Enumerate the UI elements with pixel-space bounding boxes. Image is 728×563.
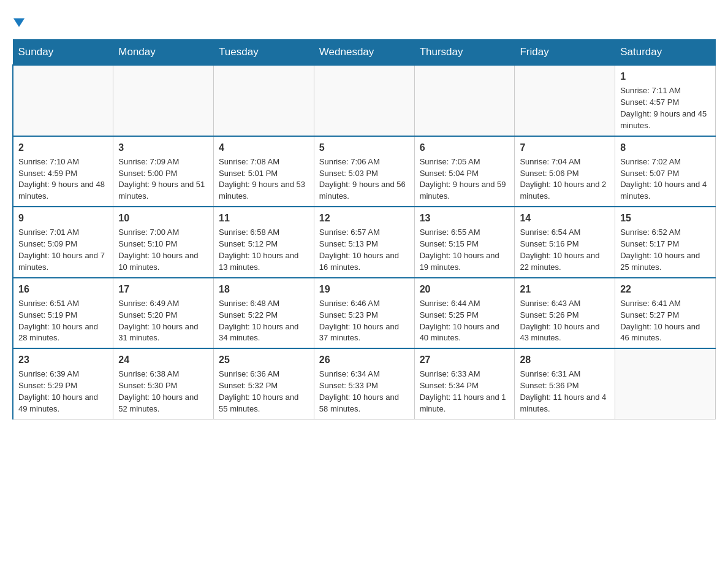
calendar-week-row: 16Sunrise: 6:51 AMSunset: 5:19 PMDayligh… — [13, 278, 716, 349]
day-info-line: Sunrise: 7:08 AM — [219, 156, 309, 168]
day-number: 22 — [620, 282, 710, 296]
calendar-cell: 15Sunrise: 6:52 AMSunset: 5:17 PMDayligh… — [615, 207, 716, 278]
calendar-cell — [214, 65, 314, 136]
day-info-line: Daylight: 10 hours and 43 minutes. — [520, 321, 610, 345]
day-info-line: Daylight: 11 hours and 4 minutes. — [520, 392, 610, 415]
day-info-line: Daylight: 10 hours and 19 minutes. — [420, 250, 510, 274]
day-info-line: Sunrise: 7:11 AM — [620, 85, 710, 97]
calendar-cell: 7Sunrise: 7:04 AMSunset: 5:06 PMDaylight… — [515, 136, 615, 207]
day-info-line: Sunset: 5:25 PM — [420, 310, 510, 321]
page-header — [12, 12, 716, 27]
calendar-week-row: 2Sunrise: 7:10 AMSunset: 4:59 PMDaylight… — [13, 136, 716, 207]
day-number: 20 — [420, 282, 510, 296]
day-info-line: Daylight: 10 hours and 58 minutes. — [319, 392, 409, 415]
day-number: 13 — [420, 211, 510, 225]
day-info-line: Daylight: 11 hours and 1 minute. — [420, 392, 510, 415]
day-info-line: Sunrise: 6:52 AM — [620, 227, 710, 239]
calendar-cell: 4Sunrise: 7:08 AMSunset: 5:01 PMDaylight… — [214, 136, 314, 207]
day-info-line: Sunset: 5:09 PM — [18, 239, 108, 250]
day-number: 2 — [18, 140, 108, 155]
day-number: 11 — [219, 211, 309, 225]
day-info-line: Sunrise: 6:41 AM — [620, 298, 710, 310]
calendar-cell: 1Sunrise: 7:11 AMSunset: 4:57 PMDaylight… — [615, 65, 716, 136]
day-info-line: Sunset: 5:04 PM — [420, 168, 510, 180]
logo-triangle-icon — [13, 18, 25, 27]
day-info-line: Daylight: 10 hours and 37 minutes. — [319, 321, 409, 345]
day-info-line: Sunset: 5:36 PM — [520, 380, 610, 392]
day-number: 12 — [319, 211, 409, 225]
day-info-line: Daylight: 10 hours and 25 minutes. — [620, 250, 710, 274]
calendar-cell: 25Sunrise: 6:36 AMSunset: 5:32 PMDayligh… — [214, 348, 314, 419]
day-info-line: Daylight: 10 hours and 52 minutes. — [118, 392, 208, 415]
calendar-table: SundayMondayTuesdayWednesdayThursdayFrid… — [12, 39, 716, 419]
day-number: 9 — [18, 211, 108, 225]
logo-general-text — [12, 12, 25, 32]
day-info-line: Daylight: 10 hours and 28 minutes. — [18, 321, 108, 345]
day-info-line: Sunset: 5:13 PM — [319, 239, 409, 250]
day-number: 3 — [118, 140, 208, 155]
day-info-line: Sunrise: 6:46 AM — [319, 298, 409, 310]
calendar-cell: 23Sunrise: 6:39 AMSunset: 5:29 PMDayligh… — [13, 348, 113, 419]
day-header-tuesday: Tuesday — [214, 40, 314, 66]
calendar-cell: 28Sunrise: 6:31 AMSunset: 5:36 PMDayligh… — [515, 348, 615, 419]
calendar-cell: 6Sunrise: 7:05 AMSunset: 5:04 PMDaylight… — [414, 136, 515, 207]
day-info-line: Sunset: 5:17 PM — [620, 239, 710, 250]
day-number: 18 — [219, 282, 309, 296]
day-info-line: Sunset: 4:59 PM — [18, 168, 108, 180]
day-info-line: Sunset: 5:32 PM — [219, 380, 309, 392]
day-info-line: Daylight: 10 hours and 31 minutes. — [118, 321, 208, 345]
day-info-line: Sunset: 5:34 PM — [420, 380, 510, 392]
day-number: 7 — [520, 140, 610, 155]
day-number: 27 — [420, 353, 510, 367]
day-info-line: Sunset: 5:03 PM — [319, 168, 409, 180]
day-info-line: Sunset: 5:16 PM — [520, 239, 610, 250]
day-info-line: Sunrise: 7:09 AM — [118, 156, 208, 168]
day-info-line: Sunrise: 6:51 AM — [18, 298, 108, 310]
calendar-cell: 18Sunrise: 6:48 AMSunset: 5:22 PMDayligh… — [214, 278, 314, 349]
day-info-line: Daylight: 9 hours and 59 minutes. — [420, 179, 510, 202]
day-info-line: Daylight: 10 hours and 16 minutes. — [319, 250, 409, 274]
day-info-line: Daylight: 9 hours and 51 minutes. — [118, 179, 208, 202]
day-number: 26 — [319, 353, 409, 367]
day-number: 16 — [18, 282, 108, 296]
day-info-line: Sunrise: 6:48 AM — [219, 298, 309, 310]
day-info-line: Sunrise: 7:06 AM — [319, 156, 409, 168]
day-info-line: Sunrise: 6:34 AM — [319, 369, 409, 380]
day-header-monday: Monday — [113, 40, 214, 66]
day-number: 28 — [520, 353, 610, 367]
day-info-line: Sunrise: 7:10 AM — [18, 156, 108, 168]
day-number: 15 — [620, 211, 710, 225]
day-info-line: Sunset: 5:19 PM — [18, 310, 108, 321]
calendar-cell: 3Sunrise: 7:09 AMSunset: 5:00 PMDaylight… — [113, 136, 214, 207]
day-info-line: Sunset: 5:26 PM — [520, 310, 610, 321]
calendar-cell: 21Sunrise: 6:43 AMSunset: 5:26 PMDayligh… — [515, 278, 615, 349]
calendar-cell: 22Sunrise: 6:41 AMSunset: 5:27 PMDayligh… — [615, 278, 716, 349]
day-info-line: Sunrise: 6:49 AM — [118, 298, 208, 310]
day-info-line: Sunrise: 6:57 AM — [319, 227, 409, 239]
day-number: 5 — [319, 140, 409, 155]
day-info-line: Sunrise: 6:43 AM — [520, 298, 610, 310]
day-info-line: Daylight: 9 hours and 53 minutes. — [219, 179, 309, 202]
day-number: 14 — [520, 211, 610, 225]
day-info-line: Daylight: 9 hours and 56 minutes. — [319, 179, 409, 202]
day-info-line: Sunrise: 6:38 AM — [118, 369, 208, 380]
day-info-line: Sunrise: 6:31 AM — [520, 369, 610, 380]
day-header-friday: Friday — [515, 40, 615, 66]
calendar-week-row: 23Sunrise: 6:39 AMSunset: 5:29 PMDayligh… — [13, 348, 716, 419]
calendar-cell: 27Sunrise: 6:33 AMSunset: 5:34 PMDayligh… — [414, 348, 515, 419]
calendar-cell — [615, 348, 716, 419]
day-info-line: Sunset: 5:20 PM — [118, 310, 208, 321]
calendar-cell: 26Sunrise: 6:34 AMSunset: 5:33 PMDayligh… — [314, 348, 414, 419]
day-info-line: Sunset: 4:57 PM — [620, 97, 710, 109]
day-info-line: Sunset: 5:06 PM — [520, 168, 610, 180]
day-info-line: Sunrise: 7:01 AM — [18, 227, 108, 239]
day-info-line: Sunset: 5:10 PM — [118, 239, 208, 250]
day-info-line: Sunset: 5:30 PM — [118, 380, 208, 392]
calendar-cell — [314, 65, 414, 136]
day-info-line: Sunrise: 6:33 AM — [420, 369, 510, 380]
calendar-cell: 9Sunrise: 7:01 AMSunset: 5:09 PMDaylight… — [13, 207, 113, 278]
day-info-line: Sunset: 5:23 PM — [319, 310, 409, 321]
day-info-line: Sunset: 5:07 PM — [620, 168, 710, 180]
day-info-line: Daylight: 10 hours and 46 minutes. — [620, 321, 710, 345]
day-header-sunday: Sunday — [13, 40, 113, 66]
